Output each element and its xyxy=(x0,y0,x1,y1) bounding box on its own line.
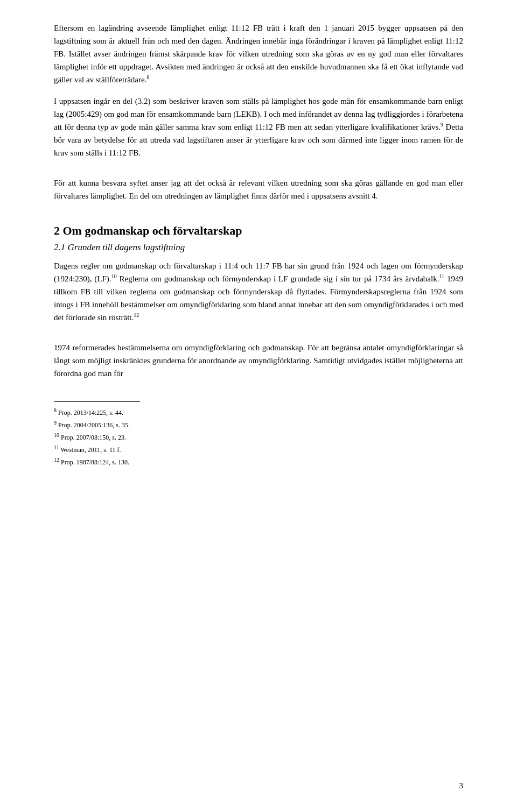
superscript-11: 11 xyxy=(439,273,444,279)
footnote-11: 11 Westman, 2011, s. 11 f. xyxy=(54,443,463,455)
fn9-sup: 9 xyxy=(54,420,57,426)
fn11-sup: 11 xyxy=(54,444,59,450)
footnote-9: 9 Prop. 2004/2005:136, s. 35. xyxy=(54,419,463,430)
superscript-8: 8 xyxy=(146,74,149,80)
superscript-10: 10 xyxy=(111,273,117,279)
paragraph-3: För att kunna besvara syftet anser jag a… xyxy=(54,176,463,202)
footnotes: 8 Prop. 2013/14:225, s. 44. 9 Prop. 2004… xyxy=(54,406,463,467)
footnote-12: 12 Prop. 1987/88:124, s. 130. xyxy=(54,456,463,467)
paragraph-1: Eftersom en lagändring avseende lämpligh… xyxy=(54,22,463,86)
page: Eftersom en lagändring avseende lämpligh… xyxy=(0,0,517,812)
paragraph-5: 1974 reformerades bestämmelserna om omyn… xyxy=(54,341,463,380)
paragraph-4: Dagens regler om godmanskap och förvalta… xyxy=(54,259,463,324)
superscript-9: 9 xyxy=(441,122,443,128)
fn12-sup: 12 xyxy=(54,457,59,463)
section-2-1-subheading: 2.1 Grunden till dagens lagstiftning xyxy=(54,242,463,253)
section-2-heading: 2 Om godmanskap och förvaltarskap xyxy=(54,224,463,238)
fn8-sup: 8 xyxy=(54,407,57,413)
footnote-divider xyxy=(54,401,140,402)
footnote-8: 8 Prop. 2013/14:225, s. 44. xyxy=(54,406,463,418)
paragraph-2: I uppsatsen ingår en del (3.2) som beskr… xyxy=(54,95,463,159)
footnote-10: 10 Prop. 2007/08:150, s. 23. xyxy=(54,431,463,442)
superscript-12: 12 xyxy=(134,312,139,318)
fn10-sup: 10 xyxy=(54,432,59,438)
page-number: 3 xyxy=(459,781,464,790)
